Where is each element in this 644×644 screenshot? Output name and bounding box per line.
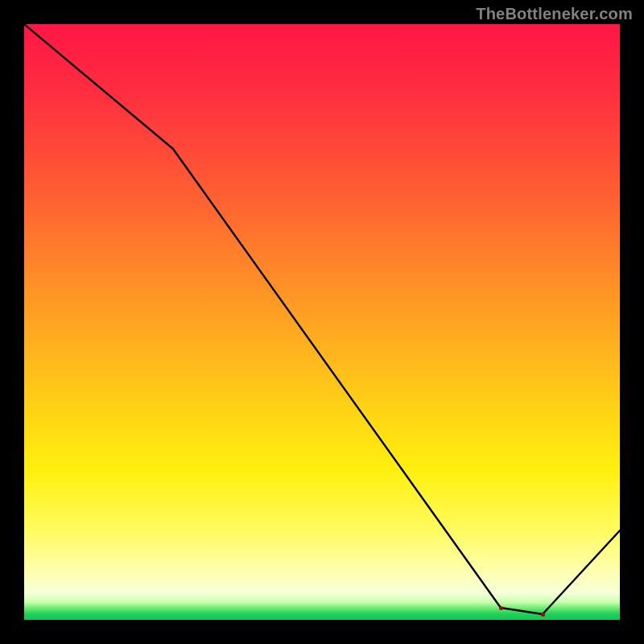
marker-dot-start xyxy=(499,606,503,610)
bottleneck-curve-line xyxy=(24,24,620,614)
marker-dot-end xyxy=(541,613,545,617)
chart-frame: TheBottleneker.com xyxy=(0,0,644,644)
line-chart-svg xyxy=(24,24,620,620)
watermark-text: TheBottleneker.com xyxy=(476,5,633,23)
plot-area xyxy=(24,24,620,620)
